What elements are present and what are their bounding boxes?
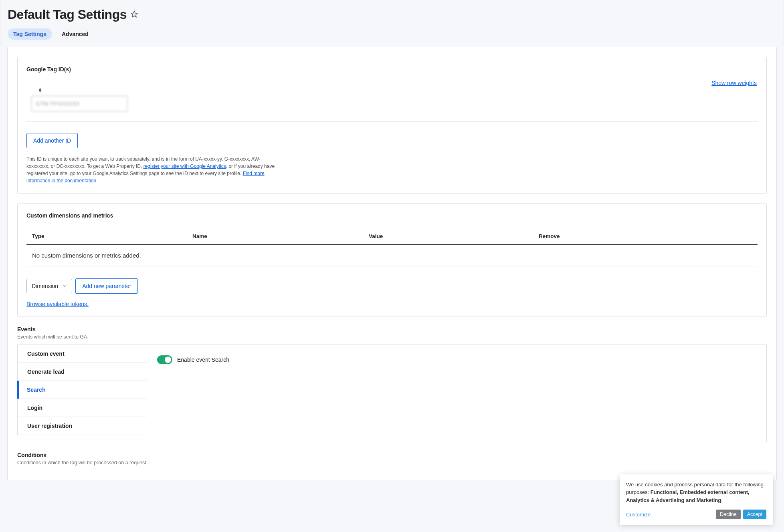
- conditions-heading: Conditions: [17, 452, 767, 458]
- google-tag-ids-panel: Google Tag ID(s) Show row weights ▲▼ Add…: [17, 57, 767, 193]
- col-value: Value: [369, 233, 539, 239]
- dimensions-table-header: Type Name Value Remove: [26, 228, 758, 245]
- register-site-link[interactable]: register your site with Google Analytics: [143, 163, 226, 169]
- conditions-subheading: Conditions in which the tag will be proc…: [17, 460, 767, 466]
- star-icon[interactable]: [131, 10, 138, 19]
- tab-advanced[interactable]: Advanced: [56, 28, 94, 40]
- drag-handle-icon[interactable]: ▲▼: [37, 87, 43, 93]
- dimension-type-select[interactable]: Dimension: [26, 279, 72, 293]
- page-title: Default Tag Settings: [8, 7, 127, 22]
- svg-marker-0: [131, 11, 137, 17]
- google-tag-ids-title: Google Tag ID(s): [26, 66, 758, 73]
- events-section: Events Events which will be sent to GA. …: [17, 326, 767, 442]
- custom-dimensions-title: Custom dimensions and metrics: [26, 212, 758, 219]
- tag-id-help-text: This ID is unique to each site you want …: [26, 155, 283, 184]
- divider: [26, 121, 758, 122]
- events-vertical-tabs: Custom event Generate lead Search Login …: [17, 345, 147, 442]
- col-name: Name: [192, 233, 369, 239]
- event-tab-login[interactable]: Login: [17, 399, 147, 417]
- show-row-weights-link[interactable]: Show row weights: [711, 80, 757, 86]
- conditions-section: Conditions Conditions in which the tag w…: [17, 452, 767, 466]
- event-tab-search[interactable]: Search: [17, 381, 147, 399]
- event-tab-generate-lead[interactable]: Generate lead: [17, 363, 147, 381]
- events-heading: Events: [17, 326, 767, 332]
- event-tab-custom-event[interactable]: Custom event: [17, 345, 147, 363]
- events-content-panel: Enable event Search: [147, 345, 767, 442]
- settings-tabs: Tag Settings Advanced: [8, 28, 776, 40]
- cookie-consent-banner: We use cookies and process personal data…: [620, 474, 773, 481]
- add-new-parameter-button[interactable]: Add new parameter: [75, 278, 138, 294]
- browse-tokens-link[interactable]: Browse available tokens.: [26, 301, 89, 307]
- event-tab-user-registration[interactable]: User registration: [17, 417, 147, 435]
- dimensions-empty-message: No custom dimensions or metrics added.: [26, 245, 758, 266]
- add-another-id-button[interactable]: Add another ID: [26, 133, 78, 148]
- chevron-down-icon: [62, 284, 67, 288]
- dimension-type-value: Dimension: [32, 283, 58, 289]
- enable-event-search-toggle[interactable]: [157, 355, 172, 364]
- custom-dimensions-panel: Custom dimensions and metrics Type Name …: [17, 203, 767, 316]
- tab-tag-settings[interactable]: Tag Settings: [8, 28, 52, 40]
- col-type: Type: [32, 233, 192, 239]
- events-subheading: Events which will be sent to GA.: [17, 334, 767, 340]
- enable-event-search-label: Enable event Search: [177, 357, 229, 363]
- tag-id-input[interactable]: [31, 96, 127, 112]
- col-remove: Remove: [539, 233, 752, 239]
